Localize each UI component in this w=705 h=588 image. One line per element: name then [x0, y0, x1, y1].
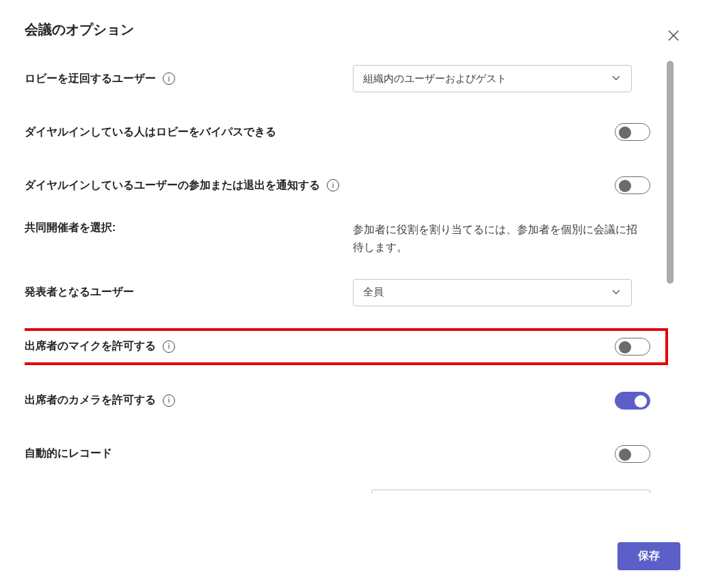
info-icon[interactable] [163, 340, 175, 353]
label-dialin-bypass: ダイヤルインしている人はロビーをバイパスできる [25, 125, 353, 139]
scrollbar-thumb[interactable] [667, 61, 674, 284]
select-lobby-bypass[interactable]: 組織内のユーザーおよびゲスト [353, 65, 632, 92]
row-presenter: 発表者となるユーザー 全員 [25, 275, 650, 310]
row-auto-record: 自動的にレコード [25, 436, 650, 472]
select-value: 組織内のユーザーおよびゲスト [363, 72, 507, 85]
toggle-allow-camera[interactable] [615, 392, 650, 410]
save-button[interactable]: 保存 [617, 542, 680, 570]
chevron-down-icon [611, 286, 622, 299]
row-allow-mic: 出席者のマイクを許可する [25, 328, 668, 365]
toggle-dialin-bypass[interactable] [615, 123, 650, 141]
toggle-knob [619, 180, 631, 192]
label-coorganizer: 共同開催者を選択: [25, 221, 353, 235]
dialog-footer: 保存 [617, 542, 680, 570]
row-coorganizer: 共同開催者を選択: 参加者に役割を割り当てるには、参加者を個別に会議に招待します… [25, 221, 650, 257]
row-dialin-bypass: ダイヤルインしている人はロビーをバイパスできる [25, 114, 650, 150]
info-icon[interactable] [327, 179, 339, 191]
label-text: 出席者のカメラを許可する [25, 393, 156, 407]
label-presenter: 発表者となるユーザー [25, 285, 353, 299]
toggle-allow-mic[interactable] [615, 338, 650, 356]
select-value: 全員 [363, 286, 384, 299]
toggle-knob [619, 341, 631, 353]
control-dialin-notify [601, 176, 650, 194]
dialog-title: 会議のオプション [25, 21, 680, 39]
meeting-options-dialog: 会議のオプション ロビーを迂回するユーザー 組織内のユーザーおよびゲスト [0, 0, 705, 588]
label-allow-camera: 出席者のカメラを許可する [25, 393, 353, 407]
dialog-header: 会議のオプション [25, 21, 680, 39]
control-coorganizer: 参加者に役割を割り当てるには、参加者を個別に会議に招待します。 [353, 221, 650, 257]
label-text: ロビーを迂回するユーザー [25, 72, 156, 86]
label-text: 発表者となるユーザー [25, 285, 134, 299]
coorganizer-helper-text: 参加者に役割を割り当てるには、参加者を個別に会議に招待します。 [353, 221, 640, 257]
row-lobby-bypass: ロビーを迂回するユーザー 組織内のユーザーおよびゲスト [25, 61, 650, 96]
options-scroll-area: ロビーを迂回するユーザー 組織内のユーザーおよびゲスト ダイヤルインしている人は… [25, 61, 680, 588]
label-dialin-notify: ダイヤルインしているユーザーの参加または退出を通知する [25, 178, 601, 193]
row-dialin-notify: ダイヤルインしているユーザーの参加または退出を通知する [25, 168, 650, 203]
control-allow-camera [353, 392, 650, 410]
info-icon[interactable] [163, 395, 175, 407]
toggle-knob [619, 126, 631, 139]
label-text: ダイヤルインしているユーザーの参加または退出を通知する [25, 178, 320, 193]
toggle-dialin-notify[interactable] [615, 176, 650, 194]
label-lobby-bypass: ロビーを迂回するユーザー [25, 72, 353, 86]
partial-select-peek [371, 490, 650, 494]
label-allow-mic: 出席者のマイクを許可する [25, 339, 353, 353]
close-button[interactable] [665, 27, 682, 44]
control-lobby-bypass: 組織内のユーザーおよびゲスト [353, 65, 650, 92]
control-dialin-bypass [353, 123, 650, 141]
label-text: 共同開催者を選択: [25, 221, 116, 235]
label-text: 自動的にレコード [25, 446, 112, 461]
toggle-knob [619, 449, 631, 461]
label-text: ダイヤルインしている人はロビーをバイパスできる [25, 125, 276, 139]
control-presenter: 全員 [353, 279, 650, 306]
label-text: 出席者のマイクを許可する [25, 339, 156, 353]
close-icon [667, 29, 680, 42]
label-auto-record: 自動的にレコード [25, 446, 353, 461]
toggle-auto-record[interactable] [615, 445, 650, 463]
toggle-knob [635, 395, 647, 407]
select-presenter[interactable]: 全員 [353, 279, 632, 306]
control-partial [353, 490, 650, 494]
row-allow-camera: 出席者のカメラを許可する [25, 383, 650, 418]
chevron-down-icon [611, 72, 622, 85]
control-auto-record [353, 445, 650, 463]
control-allow-mic [353, 338, 650, 356]
info-icon[interactable] [163, 72, 175, 85]
row-partial-next [25, 490, 650, 494]
